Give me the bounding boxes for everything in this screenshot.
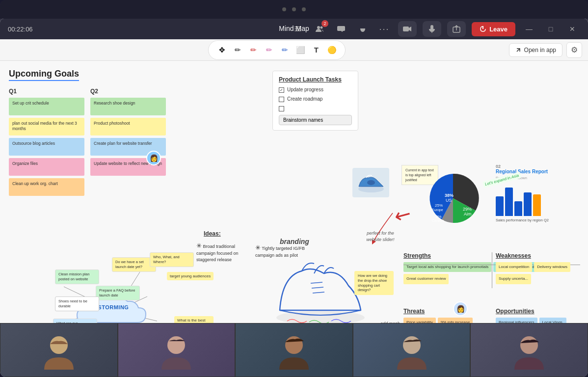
participant-video-2 — [118, 323, 235, 377]
participant-video-1 — [0, 323, 117, 377]
svg-point-19 — [367, 180, 375, 185]
minimize-btn[interactable]: — — [521, 21, 537, 37]
share-btn[interactable] — [447, 21, 466, 37]
text-tool[interactable]: T — [309, 43, 323, 57]
strength-3: Great customer review — [403, 274, 449, 284]
mic-btn[interactable] — [423, 21, 441, 37]
mindmap-node-2: Who, What, and Where? — [150, 252, 194, 267]
svg-point-4 — [321, 27, 323, 29]
sticky-tool[interactable]: 🟡 — [324, 43, 339, 57]
toolbar: ✥ ✏ ✏ ✏ ✏ ⬜ T 🟡 Open in app ⚙ — [0, 39, 588, 61]
more-options-btn[interactable]: ··· — [376, 21, 392, 37]
cursor-tool[interactable]: ✥ — [214, 43, 229, 57]
goals-title: Upcoming Goals — [9, 69, 79, 81]
svg-point-3 — [317, 26, 320, 29]
branding-label: branding — [280, 238, 309, 245]
raise-hand-btn[interactable] — [355, 21, 371, 37]
participant-video-3 — [236, 323, 352, 377]
threat-2: 9% mfg increase — [438, 318, 473, 323]
opportunities-quadrant: Opportunities Regional influencers Local… — [492, 304, 580, 323]
bar-5 — [533, 194, 541, 216]
swot-section: Strengths Target local ads shopping for … — [403, 252, 580, 288]
perfect-slider-note: perfect for the website slider! — [361, 230, 400, 242]
how-do-we-note: How are we doing the drop-the-shoe shopp… — [354, 271, 394, 295]
weaknesses-quadrant: Weaknesses Local competition Delivery wi… — [492, 252, 580, 288]
chat-btn[interactable] — [333, 21, 349, 37]
tasks-title: Product Launch Tasks — [279, 76, 352, 83]
participant-face-3 — [274, 330, 314, 370]
sticky-q2-1: Research shoe design — [90, 98, 166, 115]
bar-1 — [496, 196, 504, 216]
regional-sales-title: Regional Sales Report — [496, 169, 574, 174]
camera-btn[interactable] — [398, 21, 417, 37]
leave-button[interactable]: Leave — [472, 22, 515, 36]
weakness-2: Delivery windows — [534, 262, 570, 272]
camera-dot-3 — [302, 7, 306, 11]
teams-window: 00:22:06 2 ··· — [0, 19, 588, 377]
weaknesses-stickies: Local competition Delivery windows Suppl… — [496, 262, 580, 284]
sticky-q2-2: Product photoshoot — [90, 118, 166, 135]
participants-bar — [0, 323, 588, 377]
svg-point-32 — [50, 336, 68, 354]
task-item-3 — [279, 106, 352, 111]
svg-text:US: US — [446, 198, 452, 203]
pen-blue-tool[interactable]: ✏ — [277, 43, 292, 57]
sticky-q1-1: Set up crit schedule — [9, 98, 84, 115]
whiteboard-canvas[interactable]: Upcoming Goals Q1 Set up crit schedule p… — [0, 61, 588, 323]
eraser-tool[interactable]: ⬜ — [293, 43, 308, 57]
title-bar-actions: 2 ··· — [290, 21, 580, 37]
participant-tile-2 — [118, 323, 236, 377]
opportunities-stickies: Regional influencers Local Vlogs Communi… — [496, 318, 580, 323]
task-label-2: Create roadmap — [287, 96, 322, 102]
svg-line-29 — [311, 282, 322, 283]
ideas-label: Ideas: — [204, 230, 221, 237]
q1-label: Q1 — [9, 88, 84, 95]
pen-pink-tool[interactable]: ✏ — [262, 43, 276, 57]
svg-point-33 — [167, 336, 185, 354]
toolbar-right: Open in app ⚙ — [509, 42, 582, 58]
svg-text:Aim: Aim — [464, 212, 472, 216]
bar-3 — [514, 201, 522, 216]
weaknesses-title: Weaknesses — [496, 252, 580, 259]
pen-black-tool[interactable]: ✏ — [230, 43, 245, 57]
maximize-btn[interactable]: □ — [543, 21, 559, 37]
svg-text:29%: 29% — [463, 207, 472, 212]
whiteboard: Upcoming Goals Q1 Set up crit schedule p… — [0, 61, 588, 323]
bar-2 — [505, 188, 513, 216]
mindmap-node-3: Clean mission plan posted on website — [55, 269, 99, 284]
task-checkbox-3[interactable] — [279, 106, 284, 111]
open-in-app-button[interactable]: Open in app — [509, 43, 562, 57]
sticky-q1-5: Clean up work org. chart — [9, 178, 84, 196]
pen-red-tool[interactable]: ✏ — [246, 43, 261, 57]
q2-column: Q2 Research shoe design Product photosho… — [90, 88, 166, 198]
threats-quadrant: Threats Price variability 9% mfg increas… — [403, 304, 492, 323]
opportunity-1: Regional influencers — [496, 318, 537, 323]
svg-line-30 — [312, 287, 323, 288]
participants-btn[interactable]: 2 — [312, 21, 327, 37]
participants-badge: 2 — [321, 20, 328, 27]
participant-tile-4 — [353, 323, 471, 377]
opportunity-2: Local Vlogs — [539, 318, 566, 323]
svg-text:38%: 38% — [445, 193, 454, 198]
target-young-note: target young audiences — [167, 272, 214, 280]
goals-columns: Q1 Set up crit schedule plan out social … — [9, 88, 166, 198]
participant-tile-1 — [0, 323, 118, 377]
shoe-svg-small — [356, 172, 386, 194]
bar-4 — [524, 192, 532, 216]
camera-dot-2 — [292, 7, 296, 11]
task-item-2: Create roadmap — [279, 96, 352, 102]
settings-button[interactable]: ⚙ — [566, 42, 582, 58]
svg-text:8%: 8% — [436, 215, 442, 219]
weakness-1: Local competition — [496, 262, 532, 272]
close-btn[interactable]: ✕ — [564, 21, 580, 37]
svg-text:25%: 25% — [435, 203, 443, 208]
task-checkbox-2[interactable] — [279, 97, 284, 102]
brainstorm-names-button[interactable]: Brainstorm names — [279, 115, 352, 125]
participant-video-5 — [471, 323, 588, 377]
task-checkbox-1[interactable]: ✓ — [279, 87, 284, 93]
mindmap-node-5: Shoes need to be durable — [55, 296, 99, 311]
q2-label: Q2 — [90, 88, 166, 95]
participant-face-4 — [392, 330, 431, 370]
threats-stickies: Price variability 9% mfg increase Shippi… — [403, 318, 488, 323]
bar-chart-label: 02 — [496, 164, 574, 169]
